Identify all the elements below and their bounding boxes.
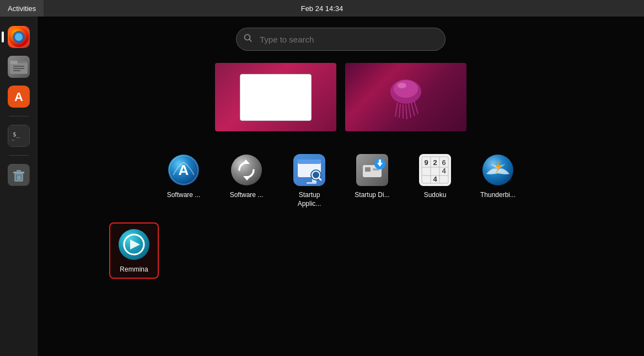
app-item-software-apt[interactable]: A Software ... (159, 149, 208, 211)
app-item-sudoku[interactable]: 9 2 6 4 4 Sudoku (410, 149, 460, 211)
app-label-software-apt: Software ... (167, 191, 201, 200)
svg-point-25 (394, 80, 418, 98)
app-item-remmina[interactable]: Remmina (109, 222, 159, 279)
app-icon-sudoku: 9 2 6 4 4 (417, 152, 453, 188)
search-icon (244, 34, 253, 45)
app-label-startup-disk: Startup Di... (355, 191, 389, 200)
app-label-thunderbird: Thunderbi... (480, 191, 516, 200)
app-item-startup-apps[interactable]: Startup Applic... (285, 149, 334, 211)
search-input[interactable] (236, 28, 446, 51)
dock-separator-2 (9, 155, 29, 156)
svg-text:A: A (14, 90, 23, 104)
firefox-icon (8, 26, 30, 48)
topbar: Activities Feb 24 14:34 (0, 0, 644, 17)
dock-item-terminal[interactable]: $_ ~ (6, 123, 31, 148)
terminal-icon: $_ ~ (8, 125, 30, 147)
app-icon-startup-apps (292, 152, 327, 188)
app-icon-software-apt: A (166, 152, 201, 188)
activities-overlay: A $_ ~ (0, 17, 644, 356)
svg-rect-47 (379, 160, 381, 164)
svg-text:2: 2 (433, 158, 437, 167)
activities-button[interactable]: Activities (0, 0, 44, 17)
svg-point-26 (398, 83, 406, 88)
app-grid-row1: A Software ... (148, 149, 534, 211)
preview-inner-window (240, 74, 312, 121)
svg-text:4: 4 (442, 167, 446, 175)
svg-rect-37 (307, 182, 316, 184)
svg-rect-17 (17, 170, 21, 172)
app-label-startup-apps: Startup Applic... (288, 191, 331, 208)
svg-point-30 (231, 155, 262, 185)
svg-text:4: 4 (433, 175, 437, 183)
app-item-startup-disk[interactable]: Startup Di... (347, 149, 397, 211)
window-preview-app[interactable] (214, 62, 337, 132)
dock-item-firefox[interactable] (6, 24, 31, 50)
dock-item-files[interactable] (6, 54, 31, 79)
svg-text:A: A (179, 162, 189, 178)
window-previews (214, 62, 468, 132)
svg-rect-5 (10, 61, 18, 64)
dock-item-software[interactable]: A (6, 84, 31, 109)
app-item-software-update[interactable]: Software ... (222, 149, 271, 211)
app-label-sudoku: Sudoku (424, 191, 447, 200)
svg-text:♻: ♻ (17, 176, 20, 180)
preview-bg-1 (215, 63, 336, 131)
app-grid-row2: Remmina (37, 222, 170, 279)
clock-display: Feb 24 14:34 (301, 4, 344, 13)
dock: A $_ ~ (0, 17, 37, 356)
svg-rect-35 (298, 160, 321, 164)
svg-line-23 (250, 40, 252, 42)
software-center-icon: A (8, 86, 30, 108)
files-icon (8, 56, 30, 78)
app-label-remmina: Remmina (120, 265, 148, 274)
svg-text:6: 6 (442, 158, 446, 167)
svg-text:~: ~ (12, 137, 15, 143)
trash-icon: ♻ (8, 164, 30, 186)
window-preview-jellyfish[interactable] (344, 62, 468, 132)
app-item-thunderbird[interactable]: Thunderbi... (473, 149, 523, 211)
svg-point-2 (15, 33, 23, 41)
search-container (236, 28, 446, 51)
dock-item-trash[interactable]: ♻ (6, 162, 31, 188)
svg-rect-43 (365, 167, 371, 172)
dock-separator (9, 116, 29, 116)
app-icon-software-update (229, 152, 264, 188)
main-content: A Software ... (37, 17, 644, 356)
jellyfish-svg (381, 72, 431, 122)
preview-bg-2 (345, 63, 466, 131)
app-icon-startup-disk (355, 152, 390, 188)
svg-text:9: 9 (424, 158, 428, 167)
app-label-software-update: Software ... (230, 191, 264, 200)
app-icon-thunderbird (480, 152, 516, 188)
app-icon-remmina (116, 227, 152, 262)
